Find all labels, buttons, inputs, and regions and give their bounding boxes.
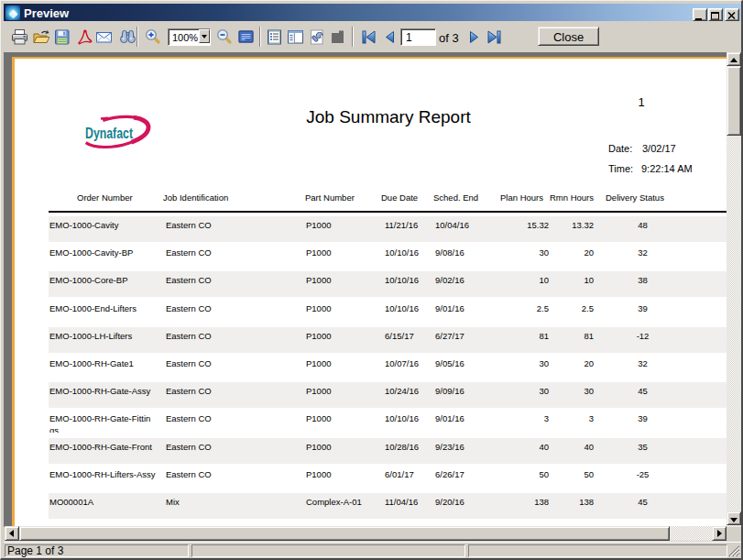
svg-text:Dynafact: Dynafact [85, 126, 134, 141]
